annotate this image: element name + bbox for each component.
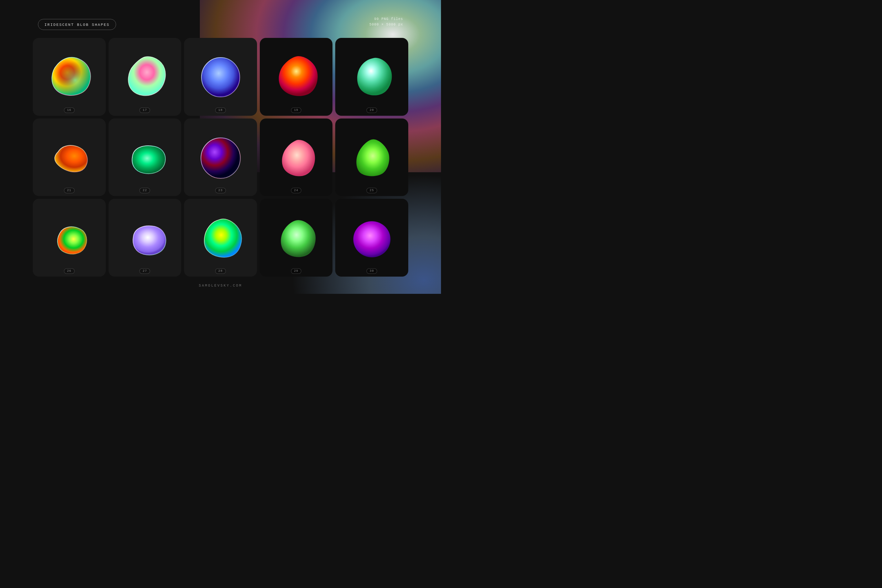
blob-card-22[interactable]: 22 (108, 118, 182, 196)
card-number-21: 21 (64, 188, 74, 193)
blob-card-23[interactable]: 23 (184, 118, 257, 196)
blob-18-svg (193, 48, 248, 106)
blob-28-svg (193, 209, 248, 267)
info-line2: 5000 × 5000 px (369, 22, 403, 27)
card-number-24: 24 (291, 188, 302, 193)
blob-21-svg (42, 128, 96, 186)
title-text: IRIDESCENT BLOB SHAPES (45, 23, 110, 27)
blob-25-svg (345, 128, 399, 186)
card-number-18: 18 (215, 108, 226, 113)
blob-19-svg (269, 48, 324, 106)
card-number-28: 28 (215, 268, 226, 274)
blob-card-25[interactable]: 25 (335, 118, 408, 196)
info-line1: 90 PNG files (369, 16, 403, 22)
blob-26-svg (42, 209, 96, 267)
card-number-20: 20 (367, 108, 377, 113)
blob-grid: 16 17 (33, 38, 408, 277)
blob-card-28[interactable]: 28 (184, 199, 257, 277)
svg-point-4 (353, 221, 390, 257)
card-number-25: 25 (367, 188, 377, 193)
blob-card-27[interactable]: 27 (108, 199, 182, 277)
blob-22-svg (117, 128, 172, 186)
blob-card-29[interactable]: 29 (260, 199, 333, 277)
blob-card-30[interactable]: 30 (335, 199, 408, 277)
blob-30-svg (345, 209, 399, 267)
card-number-23: 23 (215, 188, 226, 193)
card-number-26: 26 (64, 268, 74, 274)
card-number-27: 27 (140, 268, 150, 274)
blob-card-16[interactable]: 16 (33, 38, 106, 116)
title-badge: IRIDESCENT BLOB SHAPES (38, 19, 116, 30)
blob-29-svg (269, 209, 324, 267)
blob-20-svg (345, 48, 399, 106)
blob-16-svg (42, 48, 96, 106)
blob-23-svg (193, 128, 248, 186)
blob-card-21[interactable]: 21 (33, 118, 106, 196)
info-panel: 90 PNG files 5000 × 5000 px (369, 16, 403, 27)
blob-card-19[interactable]: 19 (260, 38, 333, 116)
card-number-22: 22 (140, 188, 150, 193)
card-number-29: 29 (291, 268, 302, 274)
blob-card-18[interactable]: 18 (184, 38, 257, 116)
blob-card-20[interactable]: 20 (335, 38, 408, 116)
blob-27-svg (117, 209, 172, 267)
card-number-19: 19 (291, 108, 302, 113)
footer-text: SAMOLEVSKY.COM (199, 284, 242, 288)
card-number-16: 16 (64, 108, 74, 113)
card-number-17: 17 (140, 108, 150, 113)
blob-card-24[interactable]: 24 (260, 118, 333, 196)
card-number-30: 30 (367, 268, 377, 274)
blob-17-svg (117, 48, 172, 106)
blob-24-svg (269, 128, 324, 186)
blob-card-26[interactable]: 26 (33, 199, 106, 277)
blob-card-17[interactable]: 17 (108, 38, 182, 116)
